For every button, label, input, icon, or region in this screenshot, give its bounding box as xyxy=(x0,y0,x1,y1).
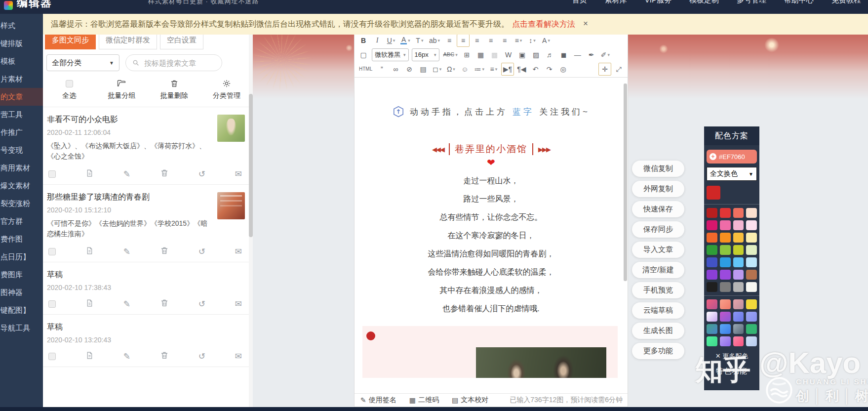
ordered-list-icon[interactable]: ≔ xyxy=(472,63,486,76)
sidebar-item-号变现[interactable]: 号变现 xyxy=(0,141,43,159)
color-swatch[interactable] xyxy=(746,324,757,334)
button-保存同步[interactable]: 保存同步 xyxy=(632,221,684,238)
sidebar-item-爆文素材[interactable]: 爆文素材 xyxy=(0,177,43,195)
color-swatch[interactable] xyxy=(720,270,731,280)
checkbox-icon[interactable] xyxy=(66,80,73,87)
font-size-select[interactable]: 16px▾ xyxy=(412,48,439,61)
strikethrough-icon[interactable]: ABC xyxy=(441,48,460,61)
trash-icon[interactable] xyxy=(160,168,169,179)
close-icon[interactable]: × xyxy=(583,19,588,29)
category-select[interactable]: 全部分类 ▼ xyxy=(46,54,119,71)
sidebar-item-点日历】[interactable]: 点日历】 xyxy=(0,248,43,266)
article-title[interactable]: 草稿 xyxy=(47,322,248,332)
layout-cells-icon[interactable]: ▤ xyxy=(417,63,430,76)
action-全选[interactable]: 全选 xyxy=(43,78,95,100)
special-char-icon[interactable]: Ω xyxy=(444,63,457,76)
button-微信复制[interactable]: 微信复制 xyxy=(632,161,684,177)
button-外网复制[interactable]: 外网复制 xyxy=(632,181,684,197)
button-导入文章[interactable]: 导入文章 xyxy=(632,242,684,258)
button-生成长图[interactable]: 生成长图 xyxy=(632,323,684,339)
color-swatch[interactable] xyxy=(733,208,744,218)
position-icon[interactable]: ◻ xyxy=(431,63,443,76)
color-swatch[interactable] xyxy=(707,324,717,334)
unlink-icon[interactable]: ⊘ xyxy=(403,63,416,76)
nav-item-免费教程[interactable]: 免费教程 xyxy=(831,0,861,5)
drag-move-icon[interactable]: ✛ xyxy=(598,63,611,76)
button-更多功能[interactable]: 更多功能 xyxy=(632,343,684,359)
color-swatch[interactable] xyxy=(746,257,757,267)
color-swatch[interactable] xyxy=(707,336,717,346)
checkbox-icon[interactable] xyxy=(48,248,56,255)
bold-icon[interactable]: B xyxy=(357,34,370,47)
word-import-icon[interactable]: W xyxy=(502,48,515,61)
doc-icon[interactable] xyxy=(85,351,94,362)
color-swatch[interactable] xyxy=(720,245,731,255)
sidebar-item-营工具[interactable]: 营工具 xyxy=(0,106,43,123)
underline-icon[interactable]: U xyxy=(385,34,397,47)
color-swatch[interactable] xyxy=(746,312,757,322)
checkbox-icon[interactable] xyxy=(48,300,56,308)
color-swatch[interactable] xyxy=(707,220,717,230)
nav-item-模板定制[interactable]: 模板定制 xyxy=(689,0,719,5)
statusbar-文本校对[interactable]: ▤文本校对 xyxy=(452,396,488,405)
color-swatch[interactable] xyxy=(746,282,757,292)
search-box[interactable] xyxy=(125,54,222,71)
add-color-button[interactable]: + #EF7060 xyxy=(707,150,757,164)
letter-spacing-icon[interactable]: A xyxy=(540,34,552,47)
align-left-icon[interactable]: ≡ xyxy=(443,34,456,47)
checkbox-icon[interactable] xyxy=(48,353,56,360)
warning-solution-link[interactable]: 点击查看解决方法 xyxy=(512,19,575,30)
doc-icon[interactable] xyxy=(85,169,94,179)
image-icon[interactable]: ▣ xyxy=(516,48,529,61)
color-swatch[interactable] xyxy=(746,233,757,243)
color-swatch[interactable] xyxy=(733,312,744,322)
image-album-icon[interactable]: ▨ xyxy=(530,48,543,61)
color-swatch[interactable] xyxy=(707,233,717,243)
color-swatch[interactable] xyxy=(720,208,731,218)
color-swatch[interactable] xyxy=(707,312,717,322)
statusbar-使用签名[interactable]: ✎使用签名 xyxy=(360,396,396,405)
doc-icon[interactable] xyxy=(85,299,94,309)
rtl-text-icon[interactable]: ¶◀ xyxy=(515,63,528,76)
paragraph-spacing-icon[interactable]: ≡ xyxy=(512,34,525,47)
doc-icon[interactable] xyxy=(85,247,94,257)
pencil-icon[interactable]: ✎ xyxy=(123,247,130,257)
trash-icon[interactable] xyxy=(160,298,169,309)
table-icon[interactable]: ⊞ xyxy=(461,48,473,61)
nav-item-VIP服务[interactable]: VIP服务 xyxy=(645,0,671,5)
sidebar-item-作推广[interactable]: 作推广 xyxy=(0,123,43,141)
sidebar-item-键排版[interactable]: 键排版 xyxy=(0,35,43,52)
nav-item-首页[interactable]: 首页 xyxy=(572,0,587,5)
attachment-icon[interactable]: ✒ xyxy=(585,48,598,61)
color-swatch[interactable] xyxy=(733,324,744,334)
font-family-select[interactable]: 微软雅黑▾ xyxy=(372,48,409,61)
color-swatch[interactable] xyxy=(733,233,744,243)
color-swatch[interactable] xyxy=(720,336,731,346)
align-center-icon[interactable]: ≡ xyxy=(457,34,470,47)
color-swatch[interactable] xyxy=(707,282,717,292)
mail-icon[interactable]: ✉ xyxy=(235,351,242,362)
color-swatch[interactable] xyxy=(733,245,744,255)
html-source-icon[interactable]: HTML xyxy=(357,63,374,76)
nav-item-多号管理[interactable]: 多号管理 xyxy=(737,0,766,5)
fullscreen-icon[interactable]: ⤢ xyxy=(612,63,625,76)
button-手机预览[interactable]: 手机预览 xyxy=(632,282,684,298)
action-批量分组[interactable]: 批量分组 xyxy=(95,78,148,100)
pencil-icon[interactable]: ✎ xyxy=(123,299,130,309)
color-swatch[interactable] xyxy=(746,299,757,309)
current-color-swatch[interactable] xyxy=(707,186,720,200)
color-swatch[interactable] xyxy=(746,270,757,280)
history-icon[interactable]: ↺ xyxy=(198,169,205,179)
color-swatch[interactable] xyxy=(720,233,731,243)
article-title[interactable]: 草稿 xyxy=(47,270,248,280)
recolor-mode-select[interactable]: 全文换色 ▼ xyxy=(707,167,757,181)
sidebar-item-样式[interactable]: 样式 xyxy=(0,17,43,35)
color-swatch[interactable] xyxy=(733,270,744,280)
ltr-text-icon[interactable]: ▶¶ xyxy=(501,63,514,76)
mail-icon[interactable]: ✉ xyxy=(235,169,242,179)
sidebar-item-商用素材[interactable]: 商用素材 xyxy=(0,159,43,177)
pencil-icon[interactable]: ✎ xyxy=(123,351,130,362)
sidebar-item-键配图】[interactable]: 键配图】 xyxy=(0,301,43,319)
align-right-icon[interactable]: ≡ xyxy=(471,34,483,47)
new-doc-icon[interactable]: ▢ xyxy=(357,48,370,61)
